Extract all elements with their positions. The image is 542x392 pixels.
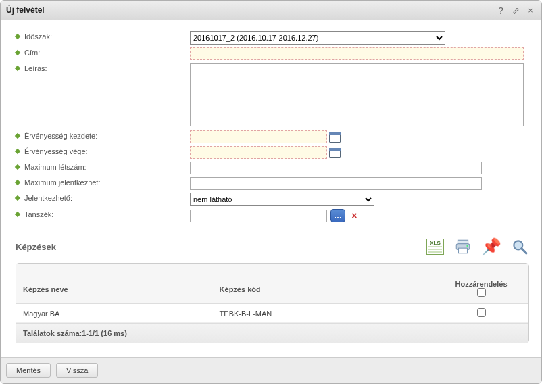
- max-jelentkezhet-input[interactable]: [190, 177, 482, 190]
- search-icon[interactable]: [510, 237, 529, 256]
- diamond-icon: [15, 180, 20, 185]
- label-erv-kezdet: Érvényesség kezdete:: [24, 132, 97, 140]
- svg-rect-0: [458, 240, 468, 243]
- diamond-icon: [15, 133, 20, 139]
- col-code[interactable]: Képzés kód: [213, 264, 434, 304]
- kepzesek-table: Képzés neve Képzés kód Hozzárendelés Mag…: [16, 264, 528, 323]
- leiras-textarea[interactable]: [190, 63, 524, 126]
- export-xls-icon[interactable]: XLS: [426, 239, 444, 255]
- tanszek-input[interactable]: [190, 210, 327, 222]
- dialog-title: Új felvétel: [6, 5, 45, 15]
- pin-icon[interactable]: 📌: [482, 237, 501, 256]
- expand-icon[interactable]: ⇗: [510, 5, 521, 16]
- table-container: Képzés neve Képzés kód Hozzárendelés Mag…: [16, 263, 529, 343]
- col-assign-label: Hozzárendelés: [441, 280, 522, 288]
- diamond-icon: [15, 50, 20, 55]
- label-erv-vege: Érvényesség vége:: [24, 147, 88, 155]
- diamond-icon: [15, 164, 20, 170]
- diamond-icon: [15, 34, 20, 39]
- svg-point-3: [466, 245, 468, 247]
- diamond-icon: [15, 195, 20, 201]
- idoszak-select[interactable]: 20161017_2 (2016.10.17-2016.12.27): [190, 31, 445, 45]
- cell-name: Magyar BA: [16, 304, 213, 323]
- dialog: Új felvétel ? ⇗ × Időszak: 20161017_2 (2…: [0, 0, 542, 384]
- calendar-icon[interactable]: [328, 131, 341, 143]
- diamond-icon: [15, 212, 20, 217]
- table-row: Magyar BA TEBK-B-L-MAN: [16, 304, 528, 323]
- save-button[interactable]: Mentés: [6, 363, 51, 378]
- titlebar: Új felvétel ? ⇗ ×: [1, 1, 541, 20]
- erv-vege-input[interactable]: [190, 146, 327, 159]
- assign-row-checkbox[interactable]: [477, 308, 486, 317]
- label-jelentkezheto: Jelentkezhető:: [24, 194, 72, 202]
- lookup-button[interactable]: …: [330, 209, 345, 222]
- calendar-icon[interactable]: [328, 147, 341, 159]
- titlebar-controls: ? ⇗ ×: [495, 5, 536, 16]
- label-leiras: Leírás:: [24, 64, 47, 72]
- section-title: Képzések: [16, 242, 56, 252]
- assign-all-checkbox[interactable]: [477, 288, 486, 297]
- max-letszam-input[interactable]: [190, 162, 482, 174]
- svg-line-5: [522, 249, 526, 253]
- results-footer: Találatok száma:1-1/1 (16 ms): [16, 323, 528, 343]
- label-idoszak: Időszak:: [24, 32, 52, 41]
- print-icon[interactable]: [453, 237, 472, 256]
- dialog-content: Időszak: 20161017_2 (2016.10.17-2016.12.…: [1, 20, 541, 357]
- col-name[interactable]: Képzés neve: [16, 264, 213, 304]
- dialog-footer: Mentés Vissza: [1, 357, 541, 383]
- label-max-letszam: Maximum létszám:: [24, 163, 87, 171]
- back-button[interactable]: Vissza: [56, 363, 98, 378]
- close-icon[interactable]: ×: [525, 5, 536, 16]
- jelentkezheto-select[interactable]: nem látható: [190, 193, 374, 206]
- col-assign: Hozzárendelés: [434, 264, 528, 304]
- label-max-jelentkezhet: Maximum jelentkezhet:: [24, 178, 101, 187]
- diamond-icon: [15, 66, 20, 71]
- label-tanszek: Tanszék:: [24, 210, 53, 218]
- help-icon[interactable]: ?: [495, 5, 506, 16]
- label-cim: Cím:: [24, 49, 40, 57]
- clear-icon[interactable]: ×: [351, 210, 357, 221]
- table-toolbar: XLS 📌: [426, 237, 529, 256]
- cim-input[interactable]: [190, 47, 524, 60]
- section-header: Képzések XLS 📌: [16, 237, 529, 256]
- cell-code: TEBK-B-L-MAN: [213, 304, 434, 323]
- svg-rect-2: [459, 248, 468, 253]
- diamond-icon: [15, 149, 20, 154]
- erv-kezdet-input[interactable]: [190, 130, 327, 143]
